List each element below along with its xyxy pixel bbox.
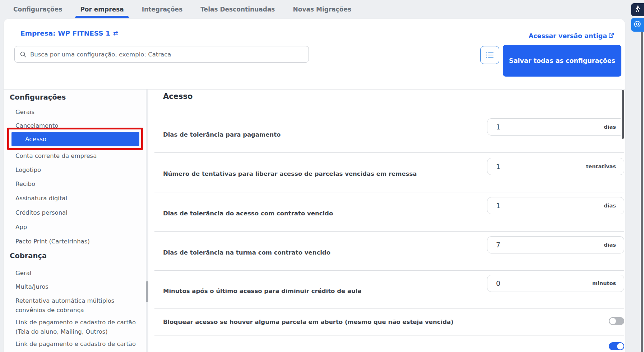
swap-company-icon[interactable]: ⇄ [113, 30, 118, 36]
setting-label: Dias de tolerância para pagamento [163, 131, 281, 138]
tab-por-empresa[interactable]: Por empresa [75, 0, 129, 19]
extension-button-walking[interactable] [631, 3, 644, 16]
sidebar-section-cobranca: Cobrança [10, 252, 47, 260]
browser-scrollbar-thumb[interactable] [641, 32, 643, 352]
setting-row-tentativas-remessa: Número de tentativas para liberar acesso… [154, 153, 624, 192]
setting-row-bloquear-acesso: Bloquear acesso se houver alguma parcela… [154, 308, 624, 335]
extension-button-openai[interactable] [631, 18, 644, 32]
unit-suffix: dias [604, 203, 616, 209]
tolerancia-contrato-vencido-input[interactable] [496, 202, 568, 210]
page-title: Acesso [163, 92, 193, 101]
unit-suffix: tentativas [586, 164, 616, 169]
setting-row-tolerancia-turma: Dias de tolerância na turma com contrato… [154, 232, 624, 271]
search-icon [20, 51, 27, 58]
unit-suffix: minutos [592, 280, 616, 286]
sidebar-item-app[interactable]: App [15, 223, 139, 232]
tab-integracoes[interactable]: Integrações [137, 0, 188, 19]
tentativas-remessa-input[interactable] [496, 163, 568, 170]
sidebar-item-geral[interactable]: Geral [15, 269, 139, 278]
setting-row-partial [154, 335, 624, 352]
setting-row-tolerancia-contrato-vencido: Dias de tolerância do acesso com contrat… [154, 192, 624, 232]
company-label: Empresa: WP FITNESS 1 [20, 29, 110, 37]
bloquear-acesso-toggle[interactable] [609, 317, 624, 325]
setting-label: Bloquear acesso se houver alguma parcela… [163, 319, 454, 325]
sidebar-section-configuracoes: Configurações [10, 93, 66, 101]
numeric-field: dias [487, 118, 624, 136]
annotation-box [7, 128, 143, 150]
unit-suffix: dias [604, 124, 616, 130]
unit-suffix: dias [604, 242, 616, 248]
sidebar-item-assinatura-digital[interactable]: Assinatura digital [15, 194, 139, 203]
sidebar-item-pacto-print[interactable]: Pacto Print (Carteirinhas) [15, 237, 139, 246]
setting-label: Número de tentativas para liberar acesso… [163, 170, 417, 177]
search-input[interactable] [30, 51, 304, 58]
company-selector[interactable]: Empresa: WP FITNESS 1 ⇄ [20, 29, 118, 37]
partial-toggle[interactable] [609, 342, 624, 350]
sidebar-item-retentativa[interactable]: Retentativa automática múltiplos convêni… [15, 296, 139, 315]
tab-novas-migracoes[interactable]: Novas Migrações [288, 0, 356, 19]
numeric-field: minutos [487, 275, 624, 292]
list-icon [486, 51, 494, 59]
setting-row-dias-tolerancia-pagamento: Dias de tolerância para pagamento dias [154, 114, 624, 153]
external-link-icon [608, 32, 614, 40]
sidebar-item-logotipo[interactable]: Logotipo [15, 165, 139, 175]
sidebar-item-gerais[interactable]: Gerais [15, 108, 139, 117]
sidebar-item-link-pagamento-1[interactable]: Link de pagamento e cadastro de cartão (… [15, 318, 139, 337]
top-tab-bar: Configurações Por empresa Integrações Te… [0, 0, 644, 19]
panel-scrollbar-thumb[interactable] [622, 90, 624, 139]
settings-card: Empresa: WP FITNESS 1 ⇄ Acessar versão a… [4, 19, 625, 352]
sidebar-item-link-pagamento-2[interactable]: Link de pagamento e cadastro de cartão [15, 339, 139, 349]
tolerancia-turma-input[interactable] [496, 241, 568, 249]
toggle-knob [610, 318, 616, 324]
walking-person-icon [634, 5, 641, 14]
save-all-settings-button[interactable]: Salvar todas as configurações [503, 45, 621, 77]
sidebar-scrollbar-track[interactable] [146, 90, 148, 352]
search-box [14, 46, 309, 63]
sidebar-item-conta-corrente[interactable]: Conta corrente da empresa [15, 151, 139, 161]
old-version-link-label: Acessar versão antiga [529, 32, 607, 40]
toggle-knob [617, 343, 624, 349]
settings-panel: Acesso Dias de tolerância para pagamento… [151, 90, 625, 352]
old-version-link[interactable]: Acessar versão antiga [529, 32, 614, 40]
tab-telas-descontinuadas[interactable]: Telas Descontinuadas [195, 0, 280, 19]
numeric-field: dias [487, 236, 624, 253]
openai-logo-icon [634, 20, 641, 29]
sidebar-item-multa-juros[interactable]: Multa/Juros [15, 282, 139, 292]
tab-configuracoes[interactable]: Configurações [8, 0, 67, 19]
setting-label: Minutos após o último acesso para diminu… [163, 288, 362, 294]
setting-label: Dias de tolerância do acesso com contrat… [163, 210, 333, 217]
numeric-field: tentativas [487, 158, 624, 175]
list-view-button[interactable] [480, 46, 499, 64]
numeric-field: dias [487, 197, 624, 214]
sidebar-item-creditos-personal[interactable]: Créditos personal [15, 208, 139, 218]
setting-row-minutos-ultimo-acesso: Minutos após o último acesso para diminu… [154, 271, 624, 308]
sidebar-scrollbar-thumb[interactable] [146, 281, 148, 302]
setting-label: Dias de tolerância na turma com contrato… [163, 249, 330, 256]
dias-tolerancia-pagamento-input[interactable] [496, 123, 568, 131]
sidebar-item-recibo[interactable]: Recibo [15, 179, 139, 189]
minutos-ultimo-acesso-input[interactable] [496, 279, 568, 287]
settings-sidebar: Configurações Gerais Cancelamento Acesso… [4, 90, 146, 352]
